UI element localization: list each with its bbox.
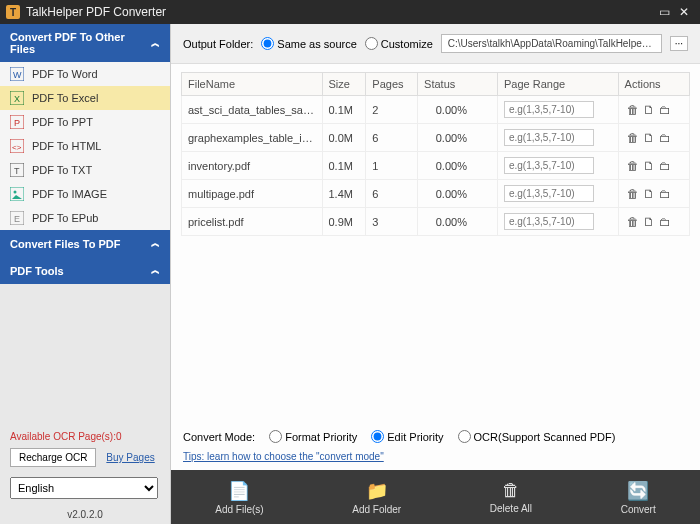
html-icon: <> [10,139,24,153]
add-files-button[interactable]: 📄Add File(s) [215,480,263,515]
cell-pages: 2 [366,96,418,124]
sidebar-item-excel[interactable]: XPDF To Excel [0,86,170,110]
col-pages[interactable]: Pages [366,73,418,96]
cell-filename: multipage.pdf [182,180,323,208]
cell-pages: 6 [366,124,418,152]
cell-status: 0.00% [418,152,498,180]
output-path-field[interactable]: C:\Users\talkh\AppData\Roaming\TalkHelpe… [441,34,662,53]
main-panel: Output Folder: Same as source Customize … [170,24,700,524]
row-file-icon[interactable]: 🗋 [643,159,655,173]
language-select[interactable]: English [10,477,158,499]
row-folder-icon[interactable]: 🗀 [659,103,671,117]
radio-ocr[interactable]: OCR(Support Scanned PDF) [458,430,616,443]
svg-point-11 [14,191,17,194]
row-delete-icon[interactable]: 🗑 [627,131,639,145]
cell-filename: inventory.pdf [182,152,323,180]
table-row[interactable]: graphexamples_table_image...0.0M60.00%🗑🗋… [182,124,690,152]
page-range-input[interactable] [504,157,594,174]
cell-pages: 3 [366,208,418,236]
cell-size: 0.1M [322,96,366,124]
radio-same-as-source[interactable]: Same as source [261,37,356,50]
radio-format-priority[interactable]: Format Priority [269,430,357,443]
window-title: TalkHelper PDF Converter [26,5,654,19]
tips-row: Tips: learn how to choose the "convert m… [171,451,700,470]
browse-button[interactable]: ··· [670,36,688,51]
cell-filename: graphexamples_table_image... [182,124,323,152]
sidebar-item-txt[interactable]: TPDF To TXT [0,158,170,182]
close-icon[interactable]: ✕ [674,5,694,19]
minimize-icon[interactable]: ▭ [654,5,674,19]
delete-all-button[interactable]: 🗑Delete All [490,480,532,514]
page-range-input[interactable] [504,213,594,230]
page-range-input[interactable] [504,101,594,118]
sidebar-item-label: PDF To EPub [32,212,98,224]
add-folder-button[interactable]: 📁Add Folder [352,480,401,515]
convert-mode-row: Convert Mode: Format Priority Edit Prior… [171,422,700,451]
sidebar-item-html[interactable]: <>PDF To HTML [0,134,170,158]
table-row[interactable]: pricelist.pdf0.9M30.00%🗑🗋🗀 [182,208,690,236]
sidebar: Convert PDF To Other Files ︽ WPDF To Wor… [0,24,170,524]
row-folder-icon[interactable]: 🗀 [659,187,671,201]
cell-status: 0.00% [418,96,498,124]
cell-actions: 🗑🗋🗀 [618,124,689,152]
panel-pdf-tools[interactable]: PDF Tools ︽ [0,257,170,284]
cell-pagerange [497,96,618,124]
version-label: v2.0.2.0 [0,505,170,524]
convert-icon: 🔄 [627,480,649,502]
sidebar-item-image[interactable]: PDF To IMAGE [0,182,170,206]
cell-actions: 🗑🗋🗀 [618,152,689,180]
panel-convert-to-other[interactable]: Convert PDF To Other Files ︽ [0,24,170,62]
row-delete-icon[interactable]: 🗑 [627,159,639,173]
cell-actions: 🗑🗋🗀 [618,208,689,236]
panel-label: PDF Tools [10,265,64,277]
col-filename[interactable]: FileName [182,73,323,96]
radio-edit-priority[interactable]: Edit Priority [371,430,443,443]
table-row[interactable]: ast_sci_data_tables_sample...0.1M20.00%🗑… [182,96,690,124]
cell-size: 0.9M [322,208,366,236]
table-row[interactable]: multipage.pdf1.4M60.00%🗑🗋🗀 [182,180,690,208]
row-file-icon[interactable]: 🗋 [643,103,655,117]
epub-icon: E [10,211,24,225]
col-size[interactable]: Size [322,73,366,96]
ppt-icon: P [10,115,24,129]
row-folder-icon[interactable]: 🗀 [659,159,671,173]
cell-actions: 🗑🗋🗀 [618,180,689,208]
row-delete-icon[interactable]: 🗑 [627,103,639,117]
chevron-up-icon: ︽ [151,264,160,277]
chevron-up-icon: ︽ [151,37,160,50]
sidebar-item-word[interactable]: WPDF To Word [0,62,170,86]
row-file-icon[interactable]: 🗋 [643,215,655,229]
row-file-icon[interactable]: 🗋 [643,131,655,145]
row-file-icon[interactable]: 🗋 [643,187,655,201]
col-actions[interactable]: Actions [618,73,689,96]
tips-link[interactable]: Tips: learn how to choose the "convert m… [183,451,384,462]
buy-pages-link[interactable]: Buy Pages [106,452,154,463]
page-range-input[interactable] [504,129,594,146]
row-folder-icon[interactable]: 🗀 [659,131,671,145]
table-row[interactable]: inventory.pdf0.1M10.00%🗑🗋🗀 [182,152,690,180]
recharge-ocr-button[interactable]: Recharge OCR [10,448,96,467]
svg-text:<>: <> [12,143,22,152]
radio-customize[interactable]: Customize [365,37,433,50]
row-delete-icon[interactable]: 🗑 [627,187,639,201]
chevron-up-icon: ︽ [151,237,160,250]
row-folder-icon[interactable]: 🗀 [659,215,671,229]
convert-button[interactable]: 🔄Convert [621,480,656,515]
titlebar: T TalkHelper PDF Converter ▭ ✕ [0,0,700,24]
page-range-input[interactable] [504,185,594,202]
output-folder-row: Output Folder: Same as source Customize … [171,24,700,64]
svg-text:X: X [14,94,20,104]
cell-size: 0.1M [322,152,366,180]
cell-actions: 🗑🗋🗀 [618,96,689,124]
sidebar-item-label: PDF To Excel [32,92,98,104]
sidebar-item-label: PDF To PPT [32,116,93,128]
panel-convert-to-pdf[interactable]: Convert Files To PDF ︽ [0,230,170,257]
txt-icon: T [10,163,24,177]
col-pagerange[interactable]: Page Range [497,73,618,96]
sidebar-item-ppt[interactable]: PPDF To PPT [0,110,170,134]
row-delete-icon[interactable]: 🗑 [627,215,639,229]
col-status[interactable]: Status [418,73,498,96]
sidebar-item-epub[interactable]: EPDF To EPub [0,206,170,230]
svg-text:W: W [13,70,22,80]
output-folder-label: Output Folder: [183,38,253,50]
